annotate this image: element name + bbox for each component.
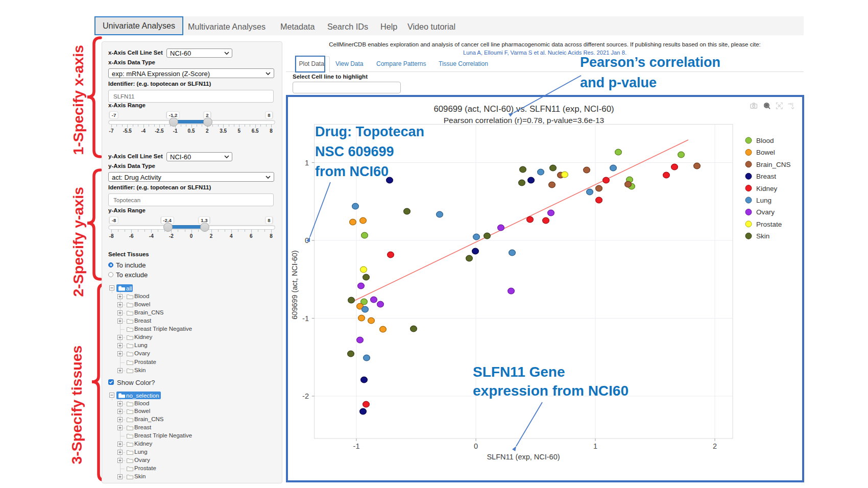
svg-text:609699 (act, NCI-60): 609699 (act, NCI-60)	[291, 250, 299, 319]
svg-text:1: 1	[305, 159, 309, 167]
svg-text:Ovary: Ovary	[756, 208, 775, 216]
svg-text:Kidney: Kidney	[756, 185, 778, 192]
svg-text:SLFN11 (exp, NCI-60): SLFN11 (exp, NCI-60)	[487, 453, 560, 461]
svg-text:-2: -2	[302, 392, 309, 400]
svg-text:0: 0	[474, 442, 478, 450]
svg-text:Breast: Breast	[756, 173, 776, 180]
svg-text:Pearson correlation (r)=0.78,: Pearson correlation (r)=0.78, p-value=3.…	[444, 116, 605, 125]
svg-text:Prostate: Prostate	[756, 221, 782, 228]
svg-text:2: 2	[713, 442, 717, 450]
svg-text:Brain_CNS: Brain_CNS	[756, 161, 791, 168]
svg-text:-1: -1	[302, 314, 309, 323]
svg-text:Bowel: Bowel	[756, 149, 775, 156]
svg-text:1: 1	[593, 442, 597, 450]
svg-text:Skin: Skin	[756, 232, 769, 240]
svg-text:-1: -1	[353, 442, 360, 450]
svg-text:Blood: Blood	[756, 137, 774, 144]
svg-text:Lung: Lung	[756, 197, 771, 204]
svg-text:609699 (act, NCI-60) vs. SLFN1: 609699 (act, NCI-60) vs. SLFN11 (exp, NC…	[433, 104, 614, 114]
svg-text:0: 0	[305, 236, 309, 245]
